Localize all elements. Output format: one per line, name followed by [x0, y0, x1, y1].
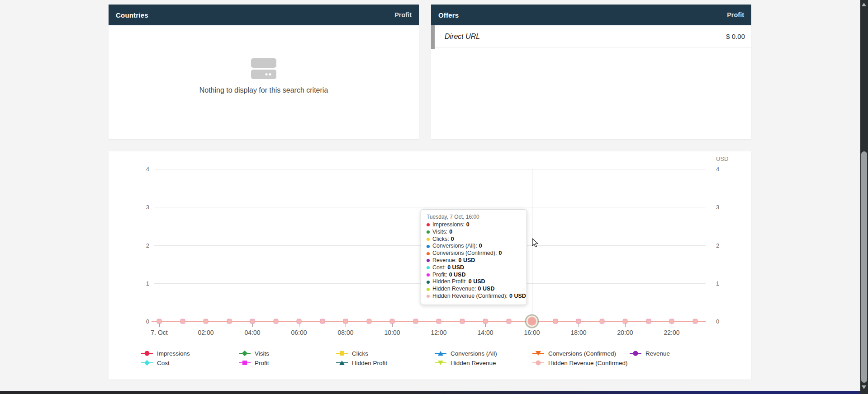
x-axis-tick [206, 324, 206, 327]
x-axis-label: 06:00 [291, 329, 307, 336]
x-axis-label: 12:00 [431, 329, 446, 336]
series-marker-icon [336, 350, 348, 356]
hovered-data-point[interactable] [528, 317, 536, 326]
legend-item-hidden-revenue-confirmed[interactable]: Hidden Revenue (Confirmed) [532, 359, 628, 367]
offers-panel: Offers Profit Direct URL $ 0.00 [431, 5, 751, 139]
tooltip-title: Tuesday, 7 Oct, 16:00 [427, 214, 521, 220]
tooltip-value: 0 [479, 243, 482, 250]
legend-label: Hidden Revenue (Confirmed) [548, 360, 628, 366]
y-axis-label-left: 2 [133, 242, 149, 249]
vertical-scrollbar[interactable] [860, 0, 868, 394]
countries-empty-state: Nothing to display for this search crite… [109, 25, 419, 139]
legend-label: Visits [255, 350, 269, 357]
data-point-marker [483, 319, 488, 324]
series-bullet-icon [427, 273, 430, 277]
legend-label: Profit [255, 360, 269, 366]
series-bullet-icon [427, 223, 430, 226]
series-marker-icon [435, 350, 446, 356]
x-axis-label: 18:00 [570, 329, 586, 336]
tooltip-label: Conversions (All): [432, 243, 477, 250]
data-point-marker [320, 319, 325, 324]
tooltip-value: 0 [498, 250, 502, 257]
legend-item-cost[interactable]: Cost [141, 359, 170, 367]
data-point-marker [576, 319, 581, 324]
legend-item-conversions-all[interactable]: Conversions (All) [435, 349, 497, 357]
y-gridline [154, 207, 706, 207]
tooltip-label: Cost: [432, 264, 446, 272]
scrollbar-thumb[interactable] [861, 151, 867, 383]
y-axis-label-right: 4 [716, 166, 719, 173]
data-point-marker [343, 319, 348, 324]
x-axis-tick [299, 324, 299, 327]
countries-panel-body: Nothing to display for this search crite… [109, 25, 419, 139]
y-axis-label-left: 4 [133, 166, 149, 173]
bottom-edge-bar [0, 391, 868, 394]
countries-panel-header: Countries Profit [109, 5, 419, 25]
offers-scrollbar-thumb[interactable] [431, 25, 435, 49]
y-axis-label-left: 0 [133, 318, 149, 325]
data-point-marker [693, 319, 697, 324]
tooltip-value: 0 USD [449, 272, 466, 279]
legend-item-impressions[interactable]: Impressions [141, 349, 190, 357]
tooltip-row: Revenue:0 USD [427, 257, 521, 264]
data-point-marker [646, 319, 651, 324]
tooltip-value: 0 USD [478, 286, 495, 293]
data-point-marker [204, 319, 209, 324]
data-point-marker [366, 319, 371, 324]
chart-crosshair [532, 169, 532, 315]
legend-label: Clicks [352, 350, 368, 357]
x-axis-label: 02:00 [198, 329, 213, 336]
legend-item-conversions-confirmed[interactable]: Conversions (Confirmed) [532, 349, 616, 357]
y-axis-label-right: 0 [716, 318, 719, 325]
legend-item-hidden-revenue[interactable]: Hidden Revenue [435, 359, 496, 367]
series-marker-icon [532, 360, 544, 366]
y-axis-label-left: 3 [133, 204, 149, 211]
x-axis-label: 20:00 [617, 329, 633, 336]
tooltip-value: 0 [451, 236, 454, 243]
series-bullet-icon [427, 266, 430, 269]
data-point-marker [553, 319, 558, 324]
scroll-down-arrow-icon[interactable] [862, 385, 866, 389]
legend-label: Hidden Revenue [451, 360, 496, 366]
x-axis-tick [485, 324, 486, 327]
legend-item-revenue[interactable]: Revenue [630, 349, 670, 357]
series-marker-icon [239, 350, 251, 356]
tooltip-row: Hidden Revenue (Confirmed):0 USD [427, 293, 521, 300]
scroll-up-arrow-icon[interactable] [862, 3, 866, 6]
legend-item-clicks[interactable]: Clicks [336, 349, 368, 357]
countries-panel: Countries Profit Nothing to display for … [109, 5, 419, 139]
countries-panel-title: Countries [116, 11, 148, 19]
legend-label: Impressions [157, 350, 190, 357]
legend-item-profit[interactable]: Profit [239, 359, 269, 367]
legend-label: Hidden Profit [352, 360, 387, 366]
series-bullet-icon [427, 245, 430, 248]
tooltip-value: 0 USD [447, 264, 464, 272]
data-point-marker [436, 319, 441, 324]
tooltip-row: Visits:0 [427, 229, 521, 236]
legend-item-visits[interactable]: Visits [239, 349, 269, 357]
tooltip-row: Conversions (Confirmed):0 [427, 250, 521, 257]
legend-label: Cost [157, 360, 170, 366]
x-axis-tick [439, 324, 439, 327]
x-axis-label: 16:00 [524, 329, 540, 336]
x-axis-tick [252, 324, 253, 327]
tooltip-row: Impressions:0 [427, 221, 521, 229]
y-axis-label-right: 3 [716, 204, 719, 211]
tooltip-value: 0 [449, 229, 452, 236]
x-axis-label: 08:00 [337, 329, 353, 336]
series-marker-icon [532, 350, 544, 356]
legend-label: Conversions (All) [451, 350, 497, 357]
legend-item-hidden-profit[interactable]: Hidden Profit [336, 359, 387, 367]
data-point-marker [413, 319, 418, 324]
legend-label: Conversions (Confirmed) [548, 350, 616, 357]
tooltip-label: Clicks: [432, 236, 449, 243]
tooltip-label: Hidden Profit: [432, 278, 467, 286]
timeline-chart-panel: USD 44332211007. Oct02:0004:0006:0008:00… [109, 151, 751, 380]
data-point-marker [227, 319, 232, 324]
tooltip-label: Revenue: [432, 257, 457, 264]
series-marker-icon [630, 350, 641, 356]
table-row[interactable]: Direct URL $ 0.00 [431, 25, 751, 48]
y-axis-label-left: 1 [133, 280, 149, 286]
data-point-marker [273, 319, 278, 324]
tooltip-row: Clicks:0 [427, 236, 521, 243]
